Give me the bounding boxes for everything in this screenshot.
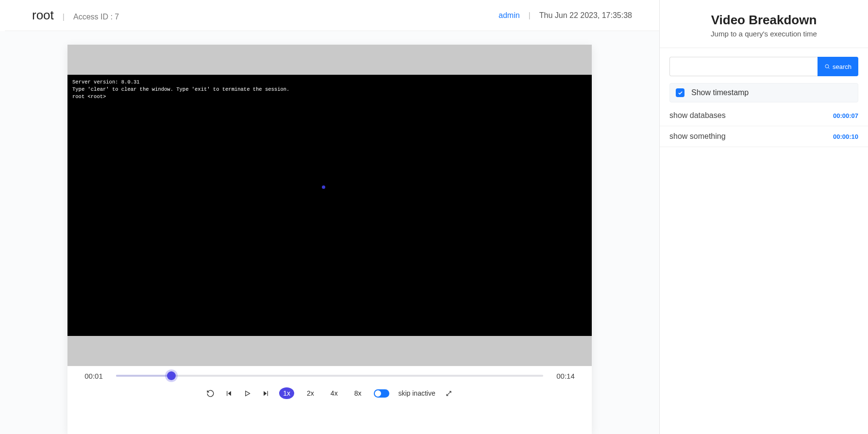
separator: |	[529, 11, 531, 20]
user-link[interactable]: admin	[499, 11, 520, 20]
search-button[interactable]: search	[818, 57, 858, 76]
player-controls: 00:01 00:14	[67, 366, 592, 406]
query-text: show something	[669, 132, 726, 141]
svg-marker-3	[264, 391, 267, 396]
skip-back-icon[interactable]	[224, 388, 234, 398]
svg-line-5	[447, 391, 451, 396]
svg-marker-0	[228, 391, 231, 396]
play-icon[interactable]	[242, 388, 252, 398]
letterbox-top	[67, 45, 592, 75]
speed-4x[interactable]: 4x	[327, 387, 342, 399]
access-id-label: Access ID : 7	[73, 13, 119, 21]
search-button-label: search	[833, 63, 851, 70]
terminal-line: root <root>	[72, 93, 587, 100]
show-timestamp-row[interactable]: Show timestamp	[669, 83, 858, 102]
query-row[interactable]: show databases00:00:07	[660, 105, 868, 126]
fullscreen-icon[interactable]	[444, 388, 454, 398]
video-player: Server version: 8.0.31 Type 'clear' to c…	[67, 45, 592, 434]
page-title: root	[32, 8, 54, 23]
checkbox-checked-icon[interactable]	[676, 88, 684, 97]
top-bar: root | Access ID : 7 admin | Thu Jun 22 …	[5, 0, 659, 31]
skip-forward-icon[interactable]	[261, 388, 270, 398]
loading-dot-icon	[322, 185, 325, 189]
terminal-screen: Server version: 8.0.31 Type 'clear' to c…	[67, 75, 592, 336]
terminal-line: Type 'clear' to clear the window. Type '…	[72, 86, 587, 93]
show-timestamp-label: Show timestamp	[691, 88, 749, 97]
sidebar-title: Video Breakdown	[669, 13, 858, 28]
speed-8x[interactable]: 8x	[351, 387, 366, 399]
progress-track[interactable]	[116, 371, 543, 381]
skip-inactive-toggle[interactable]	[374, 389, 389, 398]
svg-rect-4	[267, 391, 267, 396]
separator: |	[63, 13, 65, 21]
svg-marker-2	[246, 391, 250, 396]
total-time: 00:14	[553, 372, 578, 380]
progress-thumb[interactable]	[167, 371, 176, 380]
skip-inactive-label: skip inactive	[398, 389, 435, 397]
query-text: show databases	[669, 111, 726, 120]
letterbox-bottom	[67, 336, 592, 366]
svg-line-7	[828, 67, 829, 68]
query-row[interactable]: show something00:00:10	[660, 126, 868, 147]
search-icon	[824, 64, 830, 69]
session-datetime: Thu Jun 22 2023, 17:35:38	[539, 11, 632, 20]
sidebar-subtitle: Jump to a query's execution time	[669, 30, 858, 38]
svg-rect-1	[227, 391, 227, 396]
restart-icon[interactable]	[205, 388, 215, 398]
svg-point-6	[825, 65, 829, 68]
speed-1x[interactable]: 1x	[279, 387, 294, 399]
query-list: show databases00:00:07show something00:0…	[660, 105, 868, 147]
query-timestamp[interactable]: 00:00:07	[833, 112, 858, 119]
terminal-line: Server version: 8.0.31	[72, 79, 587, 86]
query-timestamp[interactable]: 00:00:10	[833, 133, 858, 140]
search-input[interactable]	[669, 57, 818, 76]
speed-2x[interactable]: 2x	[303, 387, 318, 399]
sidebar: Video Breakdown Jump to a query's execut…	[659, 0, 868, 434]
current-time: 00:01	[81, 372, 106, 380]
